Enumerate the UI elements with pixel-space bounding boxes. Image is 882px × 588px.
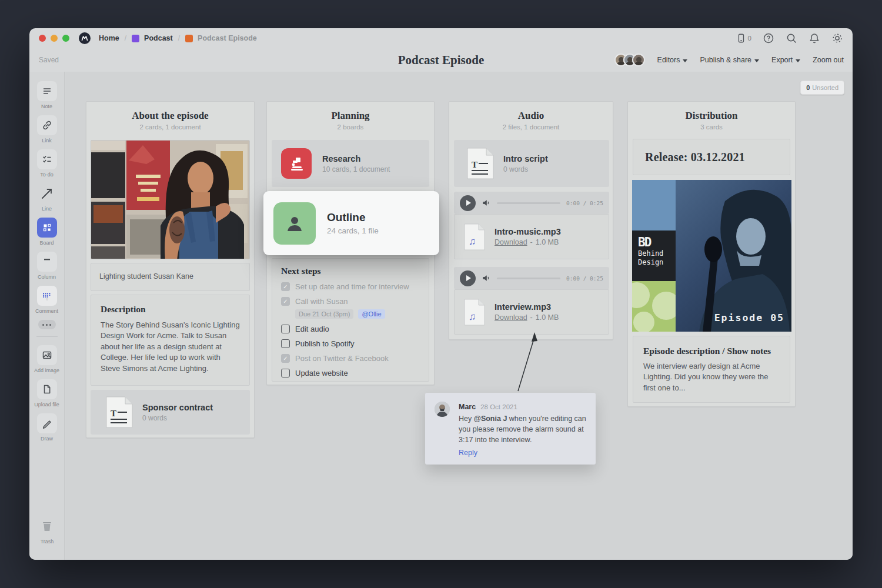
next-steps-card[interactable]: Next steps Set up date and time for inte…: [272, 258, 429, 382]
export-menu[interactable]: Export: [771, 56, 800, 64]
outline-meta: 24 cards, 1 file: [327, 226, 379, 235]
play-icon[interactable]: [460, 195, 476, 211]
episode-artwork-card[interactable]: BD Behind Design: [632, 180, 791, 332]
tool-todo[interactable]: To-do: [29, 149, 64, 178]
todo-item-3[interactable]: Publish to Spotify: [281, 339, 420, 348]
svg-text:♫: ♫: [469, 236, 476, 247]
app-window: Home / Podcast / Podcast Episode 0: [29, 28, 853, 560]
trash-button[interactable]: Trash: [29, 516, 65, 544]
download-link[interactable]: Download: [495, 313, 527, 322]
zoom-out-button[interactable]: Zoom out: [813, 56, 844, 64]
research-meta: 10 cards, 1 document: [322, 165, 390, 173]
description-heading: Description: [101, 304, 240, 315]
todo-item-0[interactable]: Set up date and time for interview: [281, 282, 420, 291]
breadcrumb-home[interactable]: Home: [99, 34, 119, 42]
comment-text: Hey @Sonia J when you're editing can you…: [459, 414, 587, 445]
sponsor-contract-card[interactable]: T Sponsor contract 0 words: [91, 390, 250, 435]
chevron-down-icon: [796, 59, 800, 62]
draw-icon: [37, 413, 57, 433]
mention[interactable]: @Sonia J: [474, 415, 507, 423]
todo-item-1[interactable]: Call with Susan: [281, 297, 420, 306]
music-file-icon: ♫: [464, 223, 485, 250]
volume-icon[interactable]: [482, 273, 491, 283]
help-icon[interactable]: [763, 32, 774, 44]
assignee-chip[interactable]: @Ollie: [358, 309, 385, 319]
gear-icon[interactable]: [831, 32, 843, 44]
person-icon: [273, 202, 316, 245]
artwork-blue-block: [632, 180, 676, 230]
todo-item-5[interactable]: Update website: [281, 369, 420, 377]
unsorted-badge[interactable]: 0 Unsorted: [800, 81, 844, 95]
todo-item-2[interactable]: Edit audio: [281, 325, 420, 333]
close-window-button[interactable]: [39, 35, 46, 42]
research-board-card[interactable]: Research 10 cards, 1 document: [272, 140, 429, 187]
audio-player-2[interactable]: 0:00 / 0:25: [454, 267, 609, 289]
board-subtitle: 2 boards: [267, 123, 434, 131]
todo-item-4[interactable]: Post on Twitter & Facebook: [281, 354, 420, 363]
trash-icon: [37, 516, 57, 536]
comment-date: 28 Oct 2021: [480, 403, 517, 410]
artwork-pattern-block: [632, 281, 676, 332]
intro-script-card[interactable]: T Intro script 0 words: [454, 140, 609, 187]
more-tools-button[interactable]: [38, 320, 56, 329]
progress-track[interactable]: [497, 278, 560, 279]
board-title: About the episode: [86, 102, 254, 122]
upload-file-icon: [37, 379, 57, 399]
outline-title: Outline: [327, 211, 379, 224]
file-size: 1.0 MB: [536, 238, 559, 246]
device-icon[interactable]: 0: [736, 32, 751, 44]
photo-caption: Lighting student Susan Kane: [91, 263, 249, 289]
checkbox-icon[interactable]: [281, 354, 290, 363]
comment-card[interactable]: Marc 28 Oct 2021 Hey @Sonia J when you'r…: [425, 393, 596, 465]
player-time: 0:00 / 0:25: [566, 275, 603, 282]
description-card[interactable]: Description The Story Behind Susan's Ico…: [91, 295, 250, 386]
publish-share-menu[interactable]: Publish & share: [700, 56, 759, 64]
show-notes-card[interactable]: Episode description / Show notes We inte…: [633, 336, 790, 403]
checkbox-icon[interactable]: [281, 339, 290, 348]
editors-menu[interactable]: Editors: [657, 56, 688, 64]
tool-add-image[interactable]: Add image: [29, 345, 64, 373]
board-audio[interactable]: Audio 2 files, 1 document T Intro script…: [449, 101, 613, 340]
tool-upload-file[interactable]: Upload file: [29, 379, 64, 407]
photo-caption-card[interactable]: Lighting student Susan Kane: [91, 263, 250, 291]
susan-photo-card[interactable]: [91, 140, 250, 259]
minimize-window-button[interactable]: [51, 35, 58, 42]
tool-draw[interactable]: Draw: [29, 413, 64, 442]
comment-icon: [37, 286, 57, 306]
zoom-window-button[interactable]: [62, 35, 69, 42]
intro-script-meta: 0 words: [503, 165, 548, 173]
editor-avatars[interactable]: [614, 54, 645, 66]
reply-link[interactable]: Reply: [459, 449, 477, 457]
play-icon[interactable]: [460, 270, 476, 286]
file-intro-music[interactable]: ♫ Intro-music.mp3 Download - 1.0 MB: [454, 214, 609, 259]
release-date-card[interactable]: Release: 03.12.2021: [633, 139, 790, 175]
tool-column[interactable]: Column: [29, 252, 64, 280]
checkbox-icon[interactable]: [281, 282, 290, 291]
checkbox-icon[interactable]: [281, 325, 290, 333]
board-distribution[interactable]: Distribution 3 cards Release: 03.12.2021…: [627, 101, 796, 407]
checkbox-icon[interactable]: [281, 369, 290, 377]
checkbox-icon[interactable]: [281, 297, 290, 306]
tool-link[interactable]: Link: [29, 115, 64, 143]
avatar: [632, 54, 645, 66]
progress-track[interactable]: [497, 202, 560, 204]
tool-comment[interactable]: Comment: [29, 286, 64, 314]
milanote-logo-icon[interactable]: [79, 32, 91, 44]
audio-player-1[interactable]: 0:00 / 0:25: [454, 192, 609, 214]
bell-icon[interactable]: [808, 32, 820, 44]
chevron-down-icon: [683, 59, 687, 62]
tool-note[interactable]: Note: [29, 81, 64, 109]
search-icon[interactable]: [786, 32, 797, 44]
player-time: 0:00 / 0:25: [566, 200, 603, 206]
comment-author: Marc: [459, 403, 476, 411]
board-title: Distribution: [628, 102, 795, 122]
download-link[interactable]: Download: [495, 238, 527, 246]
file-name: Intro-music.mp3: [495, 227, 561, 236]
outline-board-card[interactable]: Outline 24 cards, 1 file: [263, 191, 439, 255]
breadcrumb-podcast[interactable]: Podcast: [144, 34, 173, 42]
board-canvas[interactable]: 0 Unsorted About the episode 2 cards, 1 …: [65, 72, 853, 560]
tool-line[interactable]: Line: [29, 183, 64, 212]
board-about-the-episode[interactable]: About the episode 2 cards, 1 document: [86, 101, 255, 438]
volume-icon[interactable]: [482, 198, 491, 208]
tool-board[interactable]: Board: [29, 218, 64, 246]
